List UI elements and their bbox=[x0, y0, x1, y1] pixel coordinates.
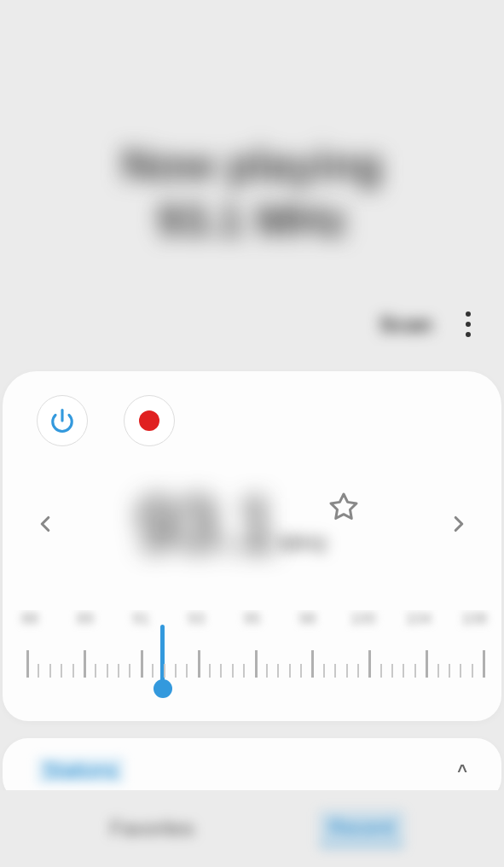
frequency-unit: MHz bbox=[279, 530, 328, 557]
dial-label: 93 bbox=[179, 610, 213, 628]
dial-label: 89 bbox=[68, 610, 102, 628]
now-playing-label: Now playing bbox=[121, 122, 382, 190]
scan-button[interactable]: Scan bbox=[379, 311, 432, 338]
dial-label: 91 bbox=[124, 610, 158, 628]
record-icon bbox=[139, 410, 159, 431]
header-area: Now playing 93.1 MHz Scan bbox=[0, 0, 504, 367]
frequency-value: 93.1 bbox=[136, 480, 275, 567]
frequency-display: 93.1 MHz bbox=[136, 480, 368, 567]
dial-label: 108 bbox=[457, 610, 491, 628]
record-button[interactable] bbox=[124, 395, 175, 446]
favorite-star-icon[interactable] bbox=[328, 492, 359, 522]
expand-up-icon[interactable]: ^ bbox=[457, 761, 467, 781]
dial-label: 100 bbox=[346, 610, 380, 628]
bottom-tabs: Favorites Recent bbox=[0, 790, 504, 867]
dial-ticks bbox=[3, 643, 501, 686]
dial-labels: 88 89 91 93 95 98 100 104 108 bbox=[3, 610, 501, 628]
dial-label: 104 bbox=[402, 610, 436, 628]
power-icon bbox=[49, 408, 75, 434]
dial-label: 95 bbox=[235, 610, 269, 628]
more-options-icon[interactable] bbox=[458, 307, 478, 341]
frequency-dial[interactable]: 88 89 91 93 95 98 100 104 108 bbox=[3, 610, 501, 704]
tab-recent[interactable]: Recent bbox=[319, 811, 404, 847]
svg-marker-1 bbox=[331, 494, 356, 519]
top-controls: Scan bbox=[379, 307, 478, 341]
dial-label: 88 bbox=[13, 610, 47, 628]
power-button[interactable] bbox=[37, 395, 88, 446]
dial-knob[interactable] bbox=[154, 679, 172, 698]
next-station-icon[interactable] bbox=[446, 511, 472, 537]
player-card: 93.1 MHz 88 89 91 93 95 98 100 104 108 bbox=[3, 371, 501, 721]
now-playing-frequency: 93.1 MHz bbox=[157, 195, 347, 246]
frequency-row: 93.1 MHz bbox=[3, 446, 501, 567]
stations-label: Stations bbox=[37, 757, 125, 784]
dial-label: 98 bbox=[291, 610, 325, 628]
control-buttons-row bbox=[3, 395, 501, 446]
previous-station-icon[interactable] bbox=[32, 511, 58, 537]
tab-favorites[interactable]: Favorites bbox=[100, 812, 205, 846]
